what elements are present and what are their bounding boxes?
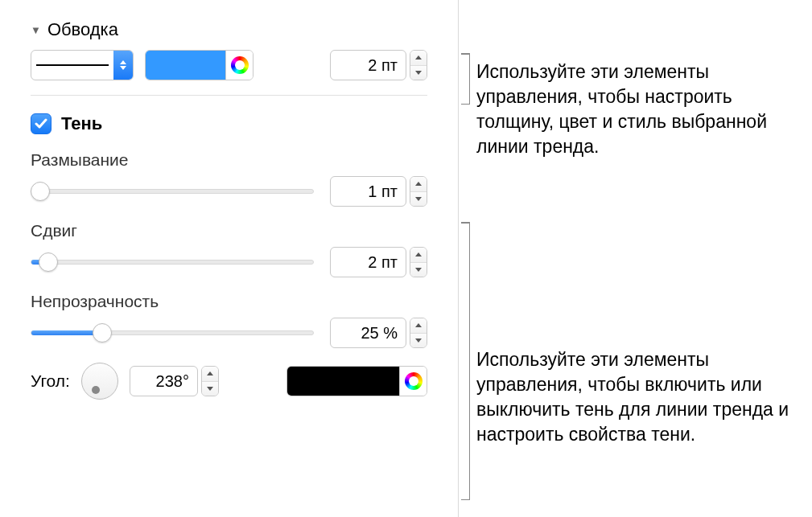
stroke-width-stepper[interactable] xyxy=(410,50,427,80)
stepper-up-button[interactable] xyxy=(410,248,427,263)
blur-input[interactable] xyxy=(330,176,406,207)
angle-indicator-icon xyxy=(92,386,100,394)
opacity-stepper[interactable] xyxy=(410,318,427,348)
blur-slider[interactable] xyxy=(31,189,314,194)
stepper-down-button[interactable] xyxy=(410,66,427,80)
inspector-panel: ▼ Обводка xyxy=(0,0,459,517)
shadow-color-swatch xyxy=(287,367,399,396)
callouts-pane: Используйте эти элементы управления, что… xyxy=(459,0,812,517)
opacity-field[interactable] xyxy=(330,318,427,348)
shadow-checkbox[interactable] xyxy=(31,113,52,134)
opacity-label: Непрозрачность xyxy=(31,292,427,311)
stepper-up-button[interactable] xyxy=(202,367,218,382)
slider-thumb[interactable] xyxy=(39,252,58,272)
dropdown-arrows-icon xyxy=(113,51,133,80)
stepper-down-button[interactable] xyxy=(410,334,427,348)
color-picker-button[interactable] xyxy=(399,367,427,396)
color-wheel-icon xyxy=(405,372,422,390)
offset-label: Сдвиг xyxy=(31,221,427,240)
stroke-section-header[interactable]: ▼ Обводка xyxy=(31,19,427,40)
stepper-down-button[interactable] xyxy=(410,192,427,207)
angle-field[interactable] xyxy=(130,366,219,396)
stroke-width-field[interactable] xyxy=(330,50,427,80)
stroke-color-well[interactable] xyxy=(145,50,253,80)
blur-label: Размывание xyxy=(31,150,427,170)
line-style-dropdown[interactable] xyxy=(31,50,134,80)
stepper-up-button[interactable] xyxy=(410,318,427,334)
angle-input[interactable] xyxy=(130,366,198,396)
stepper-up-button[interactable] xyxy=(410,177,427,192)
slider-thumb[interactable] xyxy=(31,182,50,201)
line-preview-icon xyxy=(31,64,113,66)
angle-stepper[interactable] xyxy=(201,366,219,396)
angle-label: Угол: xyxy=(31,371,70,391)
color-wheel-icon xyxy=(231,56,249,74)
shadow-color-well[interactable] xyxy=(286,366,427,396)
stroke-title: Обводка xyxy=(47,19,118,40)
color-picker-button[interactable] xyxy=(225,51,253,80)
callout-stroke: Используйте эти элементы управления, что… xyxy=(476,59,794,159)
angle-dial[interactable] xyxy=(81,363,118,400)
offset-slider[interactable] xyxy=(31,260,314,265)
stepper-down-button[interactable] xyxy=(410,263,427,277)
shadow-checkbox-row[interactable]: Тень xyxy=(31,113,427,134)
offset-stepper[interactable] xyxy=(410,247,427,277)
stroke-color-swatch xyxy=(146,51,225,80)
offset-input[interactable] xyxy=(330,247,406,277)
opacity-input[interactable] xyxy=(330,318,406,348)
opacity-slider[interactable] xyxy=(31,330,314,335)
stepper-down-button[interactable] xyxy=(202,382,218,396)
blur-stepper[interactable] xyxy=(410,176,427,207)
slider-thumb[interactable] xyxy=(93,323,112,343)
shadow-title: Тень xyxy=(61,113,102,134)
stepper-up-button[interactable] xyxy=(410,51,427,66)
callout-shadow: Используйте эти элементы управления, что… xyxy=(476,347,794,447)
blur-field[interactable] xyxy=(330,176,427,207)
checkmark-icon xyxy=(35,118,47,129)
stroke-width-input[interactable] xyxy=(330,50,406,80)
offset-field[interactable] xyxy=(330,247,427,277)
divider xyxy=(31,95,427,96)
disclosure-triangle-icon: ▼ xyxy=(31,24,41,36)
